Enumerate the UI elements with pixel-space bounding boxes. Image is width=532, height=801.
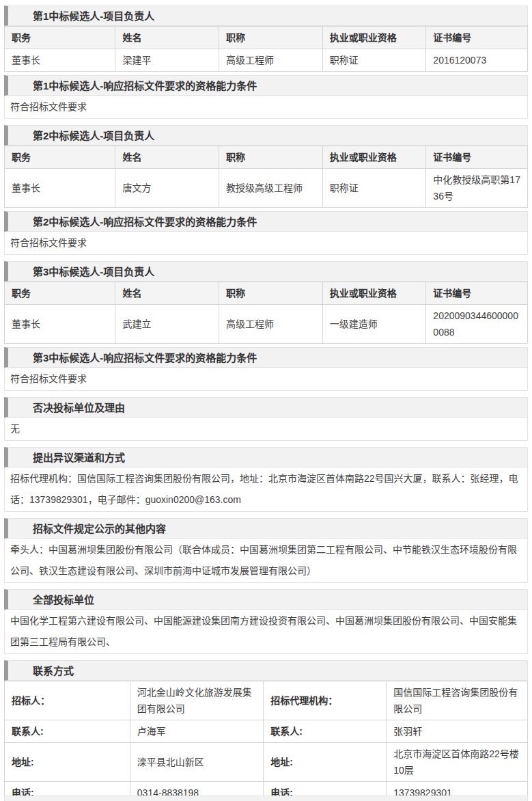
candidate-3-table: 职务 姓名 职称 执业或职业资格 证书编号 董事长 武建立 高级工程师 一级建造… (4, 282, 528, 344)
col-header-title: 职称 (219, 27, 323, 49)
col-header-qualification: 执业或职业资格 (322, 27, 426, 49)
candidate-1-qual-section: 第1中标候选人-响应招标文件要求的资格能力条件 符合招标文件要求 (4, 75, 528, 119)
section-title: 第3中标候选人-项目负责人 (33, 266, 154, 277)
contact-value-address-2: 北京市海淀区首体南路22号楼10层 (387, 743, 528, 782)
candidate-3-section: 第3中标候选人-项目负责人 职务 姓名 职称 执业或职业资格 证书编号 董事长 … (4, 261, 528, 344)
col-header-cert-no: 证书编号 (426, 146, 528, 169)
cell-qualification: 一级建造师 (322, 305, 426, 344)
section-content: 符合招标文件要求 (4, 368, 528, 391)
section-title-bar: 招标文件规定公示的其他内容 (4, 518, 528, 539)
contact-label-person-2: 联系人: (264, 720, 387, 743)
objection-channel-section: 提出异议渠道和方式 招标代理机构：国信国际工程咨询集团股份有限公司，地址：北京市… (4, 447, 528, 512)
cell-name: 梁建平 (115, 49, 219, 72)
section-title-bar: 第2中标候选人-响应招标文件要求的资格能力条件 (4, 211, 528, 232)
candidate-2-qual-section: 第2中标候选人-响应招标文件要求的资格能力条件 符合招标文件要求 (4, 211, 528, 255)
col-header-qualification: 执业或职业资格 (322, 146, 426, 169)
col-header-title: 职称 (219, 282, 323, 305)
section-title: 第1中标候选人-响应招标文件要求的资格能力条件 (33, 80, 257, 92)
table-row: 董事长 武建立 高级工程师 一级建造师 20200903446000000088 (5, 305, 528, 344)
cell-cert-no: 2016120073 (426, 49, 528, 72)
contact-label-person-1: 联系人: (5, 720, 130, 743)
col-header-name: 姓名 (115, 146, 219, 169)
col-header-cert-no: 证书编号 (426, 27, 528, 49)
section-title-bar: 第3中标候选人-响应招标文件要求的资格能力条件 (4, 347, 528, 368)
candidate-2-section: 第2中标候选人-项目负责人 职务 姓名 职称 执业或职业资格 证书编号 董事长 … (4, 125, 528, 208)
col-header-cert-no: 证书编号 (426, 282, 528, 305)
section-title-bar: 提出异议渠道和方式 (4, 447, 528, 467)
section-content: 招标代理机构：国信国际工程咨询集团股份有限公司，地址：北京市海淀区首体南路22号… (4, 467, 528, 512)
table-row: 董事长 唐文方 教授级高级工程师 职称证 中化教授级高职第1736号 (5, 169, 528, 208)
cell-position: 董事长 (5, 169, 115, 208)
contact-label-address-2: 地址: (264, 743, 387, 782)
candidate-1-table: 职务 姓名 职称 执业或职业资格 证书编号 董事长 梁建平 高级工程师 职称证 … (4, 26, 528, 72)
candidate-2-table: 职务 姓名 职称 执业或职业资格 证书编号 董事长 唐文方 教授级高级工程师 职… (4, 146, 528, 208)
table-row: 地址: 滦平县北山新区 地址: 北京市海淀区首体南路22号楼10层 (5, 743, 528, 782)
contact-value-person-1: 卢海军 (130, 720, 263, 743)
section-title: 提出异议渠道和方式 (33, 452, 125, 463)
section-title: 全部投标单位 (33, 594, 94, 606)
all-bidders-section: 全部投标单位 中国化学工程第六建设有限公司、中国能源建设集团南方建设投资有限公司… (4, 589, 528, 654)
cell-title: 高级工程师 (219, 49, 323, 72)
contact-value-address-1: 滦平县北山新区 (130, 743, 263, 782)
col-header-position: 职务 (5, 282, 115, 305)
table-header-row: 职务 姓名 职称 执业或职业资格 证书编号 (5, 282, 528, 305)
col-header-title: 职称 (219, 146, 323, 169)
table-row: 联系人: 卢海军 联系人: 张羽轩 (5, 720, 528, 743)
announcement-page: 第1中标候选人-项目负责人 职务 姓名 职称 执业或职业资格 证书编号 董事长 … (0, 0, 532, 801)
cell-title: 教授级高级工程师 (219, 169, 323, 208)
section-content: 牵头人：中国葛洲坝集团股份有限公司（联合体成员：中国葛洲坝集团第二工程有限公司、… (4, 539, 528, 583)
col-header-position: 职务 (5, 27, 115, 49)
section-title-bar: 第1中标候选人-项目负责人 (4, 5, 528, 26)
col-header-name: 姓名 (115, 282, 219, 305)
cell-name: 唐文方 (115, 169, 219, 208)
cell-cert-no: 20200903446000000088 (426, 305, 528, 344)
table-row: 董事长 梁建平 高级工程师 职称证 2016120073 (5, 49, 528, 72)
rejected-bidders-section: 否决投标单位及理由 无 (4, 397, 528, 441)
section-title-bar: 第2中标候选人-项目负责人 (4, 125, 528, 146)
section-content: 符合招标文件要求 (4, 96, 528, 119)
section-content: 无 (4, 418, 528, 441)
section-title-bar: 第3中标候选人-项目负责人 (4, 261, 528, 282)
table-header-row: 职务 姓名 职称 执业或职业资格 证书编号 (5, 27, 528, 49)
section-title: 招标文件规定公示的其他内容 (33, 523, 166, 534)
section-title: 否决投标单位及理由 (33, 402, 125, 413)
contact-label-tenderer: 招标人： (5, 681, 130, 720)
candidate-3-qual-section: 第3中标候选人-响应招标文件要求的资格能力条件 符合招标文件要求 (4, 347, 528, 391)
section-title-bar: 全部投标单位 (4, 589, 528, 610)
cell-position: 董事长 (5, 49, 115, 72)
section-title-bar: 否决投标单位及理由 (4, 397, 528, 418)
cell-qualification: 职称证 (322, 169, 426, 208)
contact-value-person-2: 张羽轩 (387, 720, 528, 743)
col-header-position: 职务 (5, 146, 115, 169)
next-section-bar-cutoff (4, 796, 528, 801)
table-header-row: 职务 姓名 职称 执业或职业资格 证书编号 (5, 146, 528, 169)
section-title: 第2中标候选人-响应招标文件要求的资格能力条件 (33, 216, 257, 228)
section-content: 中国化学工程第六建设有限公司、中国能源建设集团南方建设投资有限公司、中国葛洲坝集… (4, 610, 528, 654)
contact-section: 联系方式 招标人： 河北金山岭文化旅游发展集团有限公司 招标代理机构： 国信国际… (4, 660, 528, 801)
table-row: 招标人： 河北金山岭文化旅游发展集团有限公司 招标代理机构： 国信国际工程咨询集… (5, 681, 528, 720)
section-title: 联系方式 (33, 665, 74, 677)
section-title: 第2中标候选人-项目负责人 (33, 130, 154, 141)
cell-cert-no: 中化教授级高职第1736号 (426, 169, 528, 208)
section-title-bar: 第1中标候选人-响应招标文件要求的资格能力条件 (4, 75, 528, 96)
section-title: 第1中标候选人-项目负责人 (33, 10, 154, 22)
col-header-qualification: 执业或职业资格 (322, 282, 426, 305)
contact-value-agency: 国信国际工程咨询集团股份有限公司 (387, 681, 528, 720)
contact-label-agency: 招标代理机构： (264, 681, 387, 720)
candidate-1-section: 第1中标候选人-项目负责人 职务 姓名 职称 执业或职业资格 证书编号 董事长 … (4, 5, 528, 72)
contact-label-address-1: 地址: (5, 743, 130, 782)
other-content-section: 招标文件规定公示的其他内容 牵头人：中国葛洲坝集团股份有限公司（联合体成员：中国… (4, 518, 528, 583)
contact-value-tenderer: 河北金山岭文化旅游发展集团有限公司 (130, 681, 263, 720)
cell-qualification: 职称证 (322, 49, 426, 72)
contact-table: 招标人： 河北金山岭文化旅游发展集团有限公司 招标代理机构： 国信国际工程咨询集… (4, 681, 528, 801)
section-content: 符合招标文件要求 (4, 232, 528, 255)
cell-name: 武建立 (115, 305, 219, 344)
section-title: 第3中标候选人-响应招标文件要求的资格能力条件 (33, 352, 257, 364)
cell-position: 董事长 (5, 305, 115, 344)
cell-title: 高级工程师 (219, 305, 323, 344)
section-title-bar: 联系方式 (4, 660, 528, 681)
col-header-name: 姓名 (115, 27, 219, 49)
